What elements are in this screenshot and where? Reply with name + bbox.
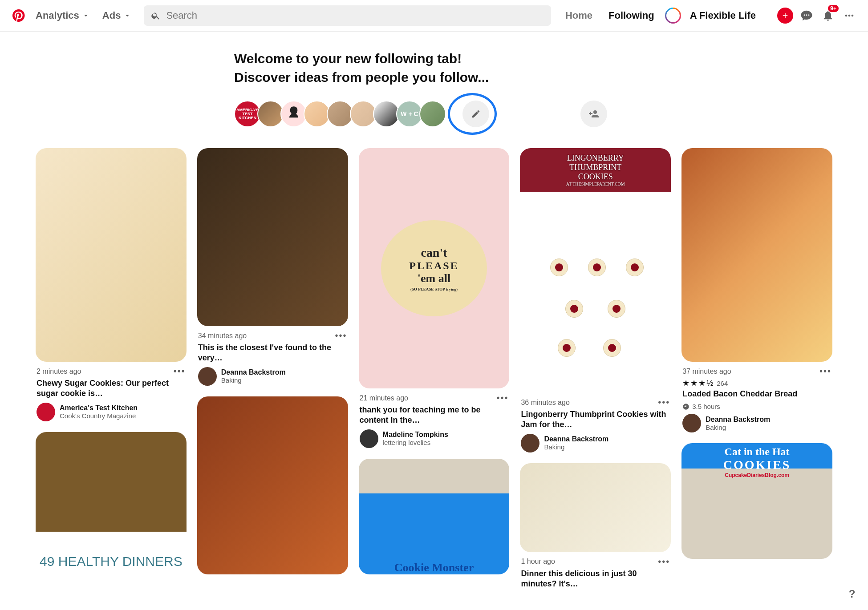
- pin-card[interactable]: Cat in the Hat COOKIES CupcakeDiariesBlo…: [681, 443, 832, 559]
- pin-more-button[interactable]: •••: [658, 397, 670, 408]
- pin-overlay-text: Cookie Monster: [359, 561, 510, 574]
- search-input[interactable]: [166, 10, 544, 21]
- user-name-link[interactable]: A Flexible Life: [686, 10, 763, 21]
- quote-subline: (SO PLEASE STOP trying): [410, 287, 458, 291]
- pinterest-logo[interactable]: [11, 8, 27, 24]
- pin-title: Chewy Sugar Cookies: Our perfect sugar c…: [37, 378, 186, 399]
- welcome-heading-2: Discover ideas from people you follow...: [234, 68, 634, 87]
- pin-time: 21 minutes ago: [360, 394, 408, 402]
- pin-card[interactable]: [197, 396, 348, 574]
- pin-image: Cat in the Hat COOKIES CupcakeDiariesBlo…: [681, 443, 832, 559]
- author-avatar: [198, 367, 217, 386]
- author-board: Baking: [221, 376, 286, 384]
- more-menu-button[interactable]: [841, 8, 857, 24]
- followed-user-avatar[interactable]: W + C: [396, 101, 423, 127]
- pin-title: thank you for teaching me to be content …: [360, 405, 509, 426]
- pin-card[interactable]: 37 minutes ago ••• ★★★½ 264 Loaded Bacon…: [681, 148, 832, 432]
- author-name: Deanna Backstrom: [221, 368, 286, 376]
- quote-line: PLEASE: [409, 260, 458, 272]
- pin-time: 1 hour ago: [521, 557, 555, 566]
- author-board: Baking: [706, 424, 770, 431]
- pin-card[interactable]: Cookie Monster: [359, 459, 510, 574]
- pin-card[interactable]: can't PLEASE 'em all (SO PLEASE STOP try…: [359, 148, 510, 448]
- pin-image: [36, 148, 187, 362]
- pin-time: 2 minutes ago: [37, 368, 81, 376]
- author-avatar: [360, 429, 378, 448]
- pin-title: This is the closest I've found to the ve…: [198, 343, 347, 364]
- home-link[interactable]: Home: [560, 5, 598, 26]
- svg-point-1: [806, 14, 807, 16]
- svg-point-0: [804, 14, 805, 16]
- search-bar[interactable]: [144, 5, 551, 26]
- svg-point-5: [852, 15, 854, 17]
- followed-user-avatar[interactable]: [304, 101, 330, 127]
- svg-point-2: [808, 14, 810, 16]
- pin-card[interactable]: 2 minutes ago ••• Chewy Sugar Cookies: O…: [36, 148, 187, 421]
- svg-point-4: [848, 15, 851, 17]
- add-pin-button[interactable]: [777, 8, 793, 24]
- edit-following-button[interactable]: [462, 101, 489, 127]
- followed-user-avatar[interactable]: [257, 101, 284, 127]
- analytics-menu[interactable]: Analytics: [32, 5, 93, 26]
- chat-icon: [800, 9, 813, 22]
- pin-overlay-text: LINGONBERRY: [525, 154, 665, 163]
- pin-more-button[interactable]: •••: [658, 557, 670, 567]
- clock-icon: [682, 403, 690, 410]
- pin-image: [197, 148, 348, 326]
- ads-menu[interactable]: Ads: [99, 5, 135, 26]
- user-avatar[interactable]: [665, 8, 681, 24]
- followed-user-avatar[interactable]: [373, 101, 400, 127]
- messages-button[interactable]: [799, 8, 815, 24]
- pin-image: [520, 463, 671, 552]
- pin-feed: 2 minutes ago ••• Chewy Sugar Cookies: O…: [0, 148, 868, 610]
- pin-image: [681, 148, 832, 362]
- pin-overlay-text: CupcakeDiariesBlog.com: [684, 472, 830, 478]
- author-board: Cook's Country Magazine: [60, 412, 138, 420]
- followed-user-avatar[interactable]: [350, 101, 377, 127]
- rating-count: 264: [717, 380, 728, 387]
- notification-badge: 9+: [828, 5, 839, 12]
- top-header: Analytics Ads Home Following A Flexible …: [0, 0, 868, 32]
- author-name: Madeline Tompkins: [383, 431, 448, 439]
- rating-stars: ★★★½: [682, 378, 714, 388]
- pin-author[interactable]: Deanna Backstrom Baking: [682, 414, 832, 432]
- pin-author[interactable]: Madeline Tompkins lettering lovelies: [360, 429, 510, 448]
- following-avatars: AMERICA'S TEST KITCHEN W + C: [234, 101, 442, 127]
- plus-icon: [781, 12, 789, 20]
- pin-more-button[interactable]: •••: [819, 366, 831, 376]
- pin-more-button[interactable]: •••: [335, 331, 347, 341]
- author-board: Baking: [544, 443, 608, 451]
- pin-author[interactable]: Deanna Backstrom Baking: [198, 367, 348, 386]
- followed-user-avatar[interactable]: [327, 101, 353, 127]
- add-follow-button[interactable]: [580, 101, 607, 127]
- pin-title: Lingonberry Thumbprint Cookies with Jam …: [521, 409, 670, 430]
- pin-time: 34 minutes ago: [198, 332, 247, 340]
- notifications-button[interactable]: 9+: [820, 8, 836, 24]
- welcome-section: Welcome to your new following tab! Disco…: [227, 49, 641, 135]
- author-avatar: [521, 434, 539, 452]
- dots-icon: [843, 9, 856, 22]
- pin-time: 36 minutes ago: [521, 399, 569, 407]
- pin-card[interactable]: 1 hour ago ••• Dinner this delicious in …: [520, 463, 671, 593]
- author-board: lettering lovelies: [383, 439, 448, 446]
- pin-card[interactable]: 49 HEALTHY DINNERS: [36, 432, 187, 574]
- quote-line: 'em all: [418, 272, 450, 285]
- search-icon: [151, 11, 161, 20]
- edit-following-highlight: [448, 93, 497, 135]
- followed-user-avatar[interactable]: [419, 101, 446, 127]
- pin-more-button[interactable]: •••: [496, 393, 508, 403]
- pin-overlay-text: COOKIES: [525, 172, 665, 182]
- pin-overlay-text: COOKIES: [684, 458, 830, 472]
- pin-card[interactable]: LINGONBERRY THUMBPRINT COOKIES AT THESIM…: [520, 148, 671, 452]
- pin-author[interactable]: Deanna Backstrom Baking: [521, 434, 671, 452]
- pin-card[interactable]: 34 minutes ago ••• This is the closest I…: [197, 148, 348, 386]
- pin-title: Loaded Bacon Cheddar Bread: [682, 389, 831, 399]
- followed-user-avatar[interactable]: [280, 101, 307, 127]
- pin-more-button[interactable]: •••: [174, 366, 186, 376]
- help-button[interactable]: ?: [843, 585, 861, 603]
- pin-overlay-text: THUMBPRINT: [525, 163, 665, 172]
- pin-author[interactable]: America's Test Kitchen Cook's Country Ma…: [37, 403, 187, 421]
- pin-image: Cookie Monster: [359, 459, 510, 574]
- following-link[interactable]: Following: [603, 5, 660, 26]
- followed-user-avatar[interactable]: AMERICA'S TEST KITCHEN: [234, 101, 261, 127]
